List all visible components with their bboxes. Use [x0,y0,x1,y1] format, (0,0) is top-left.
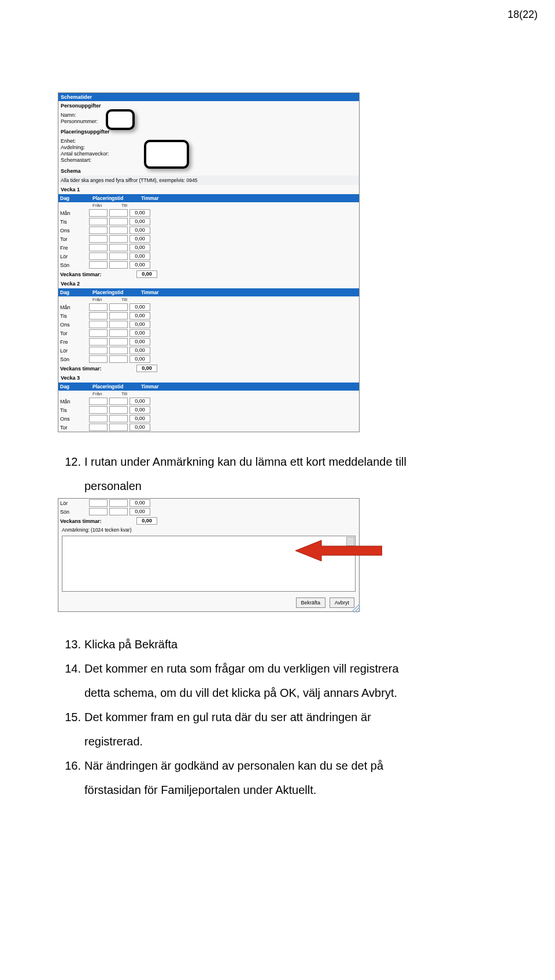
step-num: 13. [58,632,84,656]
day-row: Ons0,00 [58,414,359,423]
to-input[interactable] [109,209,128,217]
from-input[interactable] [89,406,108,414]
from-input[interactable] [89,218,108,225]
day-row: Tor0,00 [58,423,359,432]
to-input[interactable] [109,355,128,363]
step-row: 14.Det kommer en ruta som frågar om du v… [58,656,526,705]
week-sum: Veckans timmar:0,00 [58,363,359,373]
step-text: Det kommer fram en gul ruta där du ser a… [84,705,526,753]
form2-sum-label: Veckans timmar: [60,518,136,524]
from-input[interactable] [89,227,108,234]
from-input[interactable] [89,261,108,269]
day-row: Mån0,00 [58,397,359,406]
step-text: När ändringen är godkänd av personalen k… [84,753,526,802]
confirm-button[interactable]: Bekräfta [296,597,326,608]
step12-text: I rutan under Anmärkning kan du lämna et… [84,455,406,468]
to-input[interactable] [109,338,128,346]
from-input[interactable] [89,244,108,251]
to-input[interactable] [109,227,128,234]
page-number: 18(22) [508,9,538,21]
hours-value: 0,00 [130,338,150,346]
from-input[interactable] [89,235,108,243]
step-row: 15.Det kommer fram en gul ruta där du se… [58,705,526,753]
day-row: Fre0,00 [58,337,359,346]
form-title-bar: Schematider [58,93,359,101]
from-input[interactable] [89,312,108,320]
red-arrow-icon [295,539,382,562]
section-person: Personuppgifter [58,101,359,110]
to-input[interactable] [109,347,128,354]
to-input[interactable] [109,218,128,225]
day-name: Mån [60,210,89,216]
resize-handle-icon [352,604,360,612]
cancel-button[interactable]: Avbryt [330,597,354,608]
from-input[interactable] [89,347,108,354]
day-row: Lör0,00 [58,252,359,261]
to-input[interactable] [109,235,128,243]
day-name: Tis [60,313,89,319]
week-label: Vecka 3 [58,373,359,383]
section-place: Placeringsuppgifter [58,127,359,136]
from-input[interactable] [89,253,108,260]
day-row: Lör0,00 [58,346,359,355]
day-name: Sön [60,509,89,515]
to-input[interactable] [109,261,128,269]
from-input[interactable] [89,338,108,346]
to-input[interactable] [109,329,128,337]
from-input[interactable] [89,499,108,507]
step-num: 16. [58,753,84,802]
step-12: 12. I rutan under Anmärkning kan du lämn… [58,444,526,498]
to-input[interactable] [109,415,128,422]
hours-value: 0,00 [130,303,150,311]
from-input[interactable] [89,329,108,337]
to-input[interactable] [109,406,128,414]
day-name: Fre [60,245,89,251]
from-input[interactable] [89,398,108,405]
to-input[interactable] [109,508,128,515]
to-input[interactable] [109,398,128,405]
section-schema: Schema [58,166,359,176]
hours-value: 0,00 [130,355,150,363]
week-subheader: FrånTill [58,296,359,303]
label-antal: Antal schemaveckor: [61,151,119,157]
hours-value: 0,00 [130,499,150,507]
to-input[interactable] [109,321,128,328]
hours-value: 0,00 [130,398,150,405]
label-avdelning: Avdelning: [61,144,119,150]
day-name: Lör [60,500,89,506]
to-input[interactable] [109,244,128,251]
form2-days: Lör0,00Sön0,00 [58,499,359,516]
to-input[interactable] [109,499,128,507]
day-name: Fre [60,339,89,345]
week-subheader: FrånTill [58,202,359,209]
day-name: Tis [60,219,89,225]
svg-marker-0 [295,540,382,561]
from-input[interactable] [89,424,108,431]
from-input[interactable] [89,303,108,311]
to-input[interactable] [109,253,128,260]
to-input[interactable] [109,303,128,311]
to-input[interactable] [109,424,128,431]
form2-sum-value: 0,00 [136,517,157,525]
day-name: Tis [60,407,89,413]
from-input[interactable] [89,415,108,422]
schema-form-screenshot: Schematider Personuppgifter Namn: Person… [58,92,360,432]
hours-value: 0,00 [130,508,150,515]
from-input[interactable] [89,209,108,217]
day-name: Ons [60,322,89,328]
step12-cont: personalen [84,474,526,498]
from-input[interactable] [89,321,108,328]
redacted-box-small [106,109,135,130]
day-name: Sön [60,357,89,362]
to-input[interactable] [109,312,128,320]
day-name: Tor [60,236,89,242]
hours-value: 0,00 [130,261,150,269]
from-input[interactable] [89,355,108,363]
hours-value: 0,00 [130,253,150,260]
day-name: Lör [60,254,89,259]
day-name: Tor [60,331,89,336]
hours-value: 0,00 [130,329,150,337]
day-name: Lör [60,348,89,354]
day-row: Sön0,00 [58,261,359,269]
from-input[interactable] [89,508,108,515]
